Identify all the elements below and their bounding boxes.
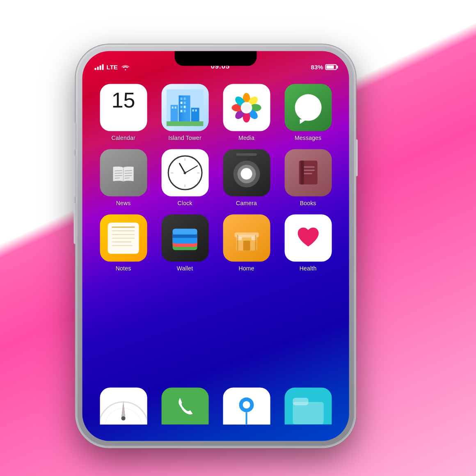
clock-label: Clock	[178, 200, 192, 206]
svg-rect-41	[304, 173, 312, 174]
camera-icon	[223, 149, 270, 197]
app-item-phone-partial[interactable]	[156, 388, 214, 425]
battery-percent-label: 83%	[311, 64, 323, 71]
books-icon	[284, 149, 332, 197]
app-item-camera[interactable]: Camera	[218, 149, 275, 206]
svg-rect-45	[173, 229, 197, 234]
svg-rect-6	[184, 101, 186, 104]
svg-rect-7	[181, 105, 183, 108]
camera-label: Camera	[236, 200, 257, 206]
camera-top-bar	[236, 153, 257, 156]
island-tower-icon	[161, 84, 208, 131]
svg-rect-10	[184, 110, 186, 112]
svg-rect-38	[300, 161, 304, 185]
svg-line-33	[125, 170, 132, 171]
svg-line-29	[115, 170, 122, 171]
volume-down-button[interactable]	[74, 203, 77, 244]
mute-button[interactable]	[74, 123, 77, 150]
camera-body	[223, 158, 270, 187]
svg-rect-39	[304, 167, 314, 168]
battery-fill	[327, 65, 334, 69]
media-icon	[223, 84, 270, 131]
svg-line-32	[115, 178, 120, 178]
status-right: 83%	[311, 64, 337, 71]
svg-rect-12	[172, 106, 174, 108]
app-item-messages[interactable]: Messages	[279, 84, 337, 141]
status-left: LTE	[95, 64, 130, 71]
home-svg	[231, 223, 262, 254]
svg-point-27	[243, 103, 251, 112]
health-icon	[284, 215, 332, 262]
notes-paper	[108, 222, 139, 254]
svg-line-31	[115, 175, 122, 176]
power-button[interactable]	[355, 140, 358, 176]
maps-partial-svg	[223, 388, 270, 425]
notes-line-4	[112, 242, 132, 243]
notes-line-5	[112, 245, 133, 246]
app-item-wallet[interactable]: Wallet	[156, 215, 214, 272]
maps-icon-partial	[223, 388, 270, 425]
svg-line-34	[125, 173, 132, 173]
app-item-files-partial[interactable]	[279, 388, 337, 425]
clock-icon	[161, 149, 208, 197]
app-item-compass-partial[interactable]	[95, 388, 152, 425]
app-item-calendar[interactable]: 15 Calendar	[95, 84, 152, 141]
camera-lens-inner	[237, 165, 256, 183]
notes-line-2	[112, 234, 135, 235]
compass-partial-svg	[100, 388, 147, 425]
notes-line-1	[112, 231, 135, 231]
notes-label: Notes	[116, 265, 131, 272]
signal-bars-icon	[95, 64, 104, 70]
svg-rect-67	[293, 398, 308, 405]
svg-line-35	[125, 175, 132, 176]
app-item-notes[interactable]: Notes	[95, 215, 152, 272]
phone-frame: LTE 09:05 83%	[76, 45, 355, 447]
svg-rect-49	[243, 241, 250, 251]
island-tower-svg	[167, 89, 204, 126]
bottom-row	[82, 388, 349, 441]
app-item-clock[interactable]: Clock	[156, 149, 214, 206]
messages-icon	[284, 84, 332, 131]
notes-body	[100, 215, 147, 262]
phone-icon-partial	[161, 388, 208, 425]
app-item-maps-partial[interactable]	[218, 388, 275, 425]
svg-rect-4	[184, 97, 186, 100]
media-label: Media	[238, 135, 254, 141]
news-label: News	[116, 200, 131, 206]
clock-center-dot	[184, 172, 186, 174]
wallet-svg	[169, 224, 201, 252]
app-grid: 15 Calendar	[82, 76, 349, 280]
camera-lens-core	[241, 168, 252, 180]
app-item-news[interactable]: News	[95, 149, 152, 206]
app-item-media[interactable]: Media	[218, 84, 275, 141]
app-item-health[interactable]: Health	[279, 215, 337, 272]
clock-minute-hand	[185, 165, 198, 173]
news-svg	[109, 158, 138, 187]
volume-up-button[interactable]	[74, 156, 77, 197]
notes-line-3	[112, 238, 135, 239]
news-icon	[100, 149, 147, 197]
svg-rect-13	[175, 106, 176, 108]
camera-lens-outer	[233, 160, 260, 187]
compass-icon-partial	[100, 388, 147, 425]
messages-label: Messages	[295, 135, 321, 141]
svg-rect-15	[192, 109, 194, 111]
messages-bubble	[295, 94, 321, 121]
svg-rect-40	[304, 170, 314, 171]
calendar-icon: 15	[100, 84, 147, 131]
files-partial-svg	[284, 388, 332, 425]
svg-point-63	[243, 401, 250, 409]
notes-rule-top	[112, 227, 135, 228]
home-label: Home	[239, 265, 254, 272]
home-icon	[223, 215, 270, 262]
calendar-label: Calendar	[111, 135, 135, 141]
books-svg	[295, 158, 321, 188]
svg-rect-3	[181, 97, 183, 100]
app-item-home[interactable]: Home	[218, 215, 275, 272]
svg-rect-53	[255, 235, 256, 251]
health-svg	[293, 223, 323, 254]
notch	[175, 51, 257, 66]
wallet-icon	[161, 215, 208, 262]
app-item-island-tower[interactable]: Island Tower	[156, 84, 214, 141]
app-item-books[interactable]: Books	[279, 149, 337, 206]
